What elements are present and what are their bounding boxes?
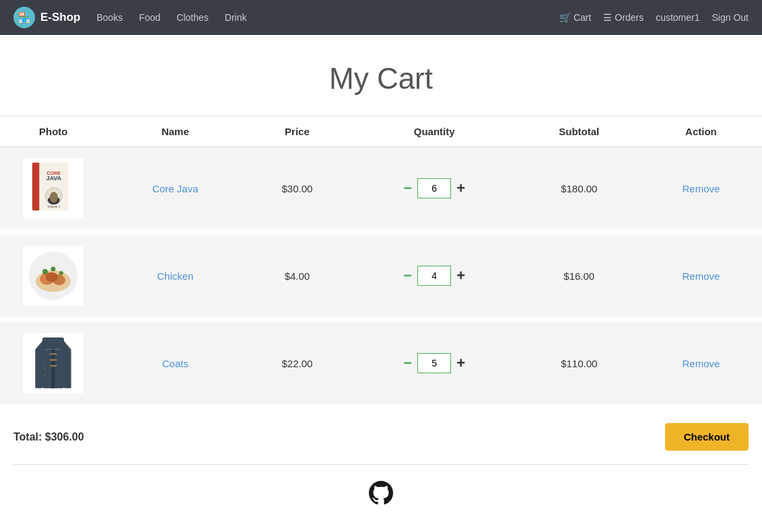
qty-decrease-3[interactable]: − xyxy=(398,354,417,372)
qty-decrease-1[interactable]: − xyxy=(398,180,417,197)
svg-point-27 xyxy=(44,374,46,377)
total-label: Total: $306.00 xyxy=(13,431,84,443)
nav-links: Books Food Clothes Drink xyxy=(97,12,559,23)
orders-label: Orders xyxy=(615,12,644,23)
table-row: Coats $22.00 − + $110.00 Remove xyxy=(0,319,762,407)
product-price-2: $4.00 xyxy=(244,232,350,319)
quantity-cell-3: − + xyxy=(351,319,518,407)
book-image-svg: CORE JAVA Volume 1 xyxy=(26,161,80,215)
cart-link[interactable]: 🛒 Cart xyxy=(559,12,591,23)
svg-rect-23 xyxy=(50,359,57,361)
github-icon xyxy=(369,481,393,505)
qty-input-2[interactable] xyxy=(417,266,451,286)
brand-name: E-Shop xyxy=(40,11,81,24)
svg-rect-1 xyxy=(32,163,40,211)
product-price-3: $22.00 xyxy=(244,319,350,407)
product-photo xyxy=(0,232,106,319)
col-header-price: Price xyxy=(244,116,350,147)
product-name-3[interactable]: Coats xyxy=(106,319,244,407)
product-name-1[interactable]: Core Java xyxy=(106,147,244,233)
product-photo: CORE JAVA Volume 1 xyxy=(0,147,106,233)
qty-input-1[interactable] xyxy=(417,178,451,198)
col-header-action: Action xyxy=(640,116,762,147)
svg-point-7 xyxy=(50,192,58,202)
username: customer1 xyxy=(656,12,699,23)
product-action-2[interactable]: Remove xyxy=(640,232,762,319)
brand[interactable]: 🏪 E-Shop xyxy=(13,7,81,28)
nav-books[interactable]: Books xyxy=(97,12,123,23)
col-header-subtotal: Subtotal xyxy=(518,116,640,147)
svg-point-25 xyxy=(44,362,46,365)
quantity-cell-2: − + xyxy=(351,232,518,319)
table-header-row: Photo Name Price Quantity Subtotal Actio… xyxy=(0,116,762,147)
nav-clothes[interactable]: Clothes xyxy=(176,12,208,23)
product-image-food xyxy=(23,245,83,306)
svg-rect-19 xyxy=(64,350,71,389)
product-action-1[interactable]: Remove xyxy=(640,147,762,233)
qty-control-2: − + xyxy=(364,266,505,286)
table-row: Chicken $4.00 − + $16.00 Remove xyxy=(0,232,762,319)
cart-label: Cart xyxy=(574,12,591,23)
svg-rect-21 xyxy=(52,350,55,389)
product-subtotal-2: $16.00 xyxy=(518,232,640,319)
food-image-svg xyxy=(26,249,80,303)
navbar: 🏪 E-Shop Books Food Clothes Drink 🛒 Cart… xyxy=(0,0,762,35)
page-title: My Cart xyxy=(0,35,762,116)
svg-point-16 xyxy=(51,267,56,272)
cart-icon: 🛒 xyxy=(559,12,571,23)
coat-image-svg xyxy=(26,336,80,390)
svg-rect-22 xyxy=(50,353,57,355)
svg-rect-17 xyxy=(42,338,64,350)
svg-text:JAVA: JAVA xyxy=(46,175,62,182)
product-subtotal-3: $110.00 xyxy=(518,319,640,407)
col-header-quantity: Quantity xyxy=(351,116,518,147)
orders-link[interactable]: ☰ Orders xyxy=(603,12,644,23)
svg-point-15 xyxy=(59,271,63,275)
product-photo xyxy=(0,319,106,407)
qty-increase-2[interactable]: + xyxy=(451,267,471,284)
product-action-3[interactable]: Remove xyxy=(640,319,762,407)
qty-increase-1[interactable]: + xyxy=(451,180,471,197)
nav-food[interactable]: Food xyxy=(139,12,160,23)
cart-footer: Total: $306.00 Checkout xyxy=(0,410,762,464)
nav-right: 🛒 Cart ☰ Orders customer1 Sign Out xyxy=(559,12,749,23)
svg-point-26 xyxy=(44,368,46,371)
svg-point-14 xyxy=(42,269,48,274)
qty-control-3: − + xyxy=(364,353,505,373)
product-subtotal-1: $180.00 xyxy=(518,147,640,233)
signout-link[interactable]: Sign Out xyxy=(712,12,749,23)
qty-decrease-2[interactable]: − xyxy=(398,267,417,284)
product-price-1: $30.00 xyxy=(244,147,350,233)
svg-rect-18 xyxy=(36,350,43,389)
product-image-coat xyxy=(23,333,83,393)
nav-drink[interactable]: Drink xyxy=(225,12,247,23)
col-header-name: Name xyxy=(106,116,244,147)
svg-rect-24 xyxy=(50,365,57,367)
product-name-2[interactable]: Chicken xyxy=(106,232,244,319)
brand-icon: 🏪 xyxy=(13,7,35,28)
footer-github xyxy=(0,465,762,515)
col-header-photo: Photo xyxy=(0,116,106,147)
quantity-cell-1: − + xyxy=(351,147,518,233)
qty-control-1: − + xyxy=(364,178,505,198)
orders-icon: ☰ xyxy=(603,12,612,23)
qty-increase-3[interactable]: + xyxy=(451,354,471,372)
svg-text:Volume 1: Volume 1 xyxy=(48,205,61,208)
checkout-button[interactable]: Checkout xyxy=(665,423,749,451)
table-row: CORE JAVA Volume 1 Core Java $30.00 − xyxy=(0,147,762,233)
qty-input-3[interactable] xyxy=(417,353,451,373)
cart-table: Photo Name Price Quantity Subtotal Actio… xyxy=(0,116,762,410)
product-image-book: CORE JAVA Volume 1 xyxy=(23,158,83,219)
